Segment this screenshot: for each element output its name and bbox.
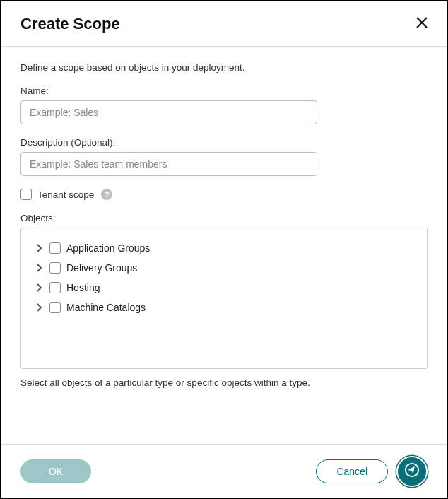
tree-item-hosting: Hosting: [35, 278, 413, 298]
objects-hint: Select all objects of a particular type …: [20, 377, 428, 388]
tenant-scope-checkbox[interactable]: [20, 189, 32, 200]
tree-label: Delivery Groups: [66, 262, 137, 274]
tenant-scope-row: Tenant scope ?: [20, 189, 428, 200]
description-input[interactable]: [20, 152, 317, 176]
chevron-right-icon[interactable]: [35, 283, 44, 292]
object-checkbox[interactable]: [49, 282, 61, 293]
chevron-right-icon[interactable]: [35, 303, 44, 312]
navigate-fab[interactable]: [396, 456, 428, 487]
navigate-icon: [404, 462, 420, 481]
tenant-scope-label: Tenant scope: [37, 189, 94, 200]
svg-marker-3: [408, 464, 417, 474]
ok-button[interactable]: OK: [20, 459, 91, 483]
intro-text: Define a scope based on objects in your …: [20, 62, 428, 73]
object-checkbox[interactable]: [49, 242, 61, 254]
objects-box: Application Groups Delivery Groups Hosti…: [20, 228, 428, 369]
dialog-header: Create Scope: [1, 1, 447, 47]
tree-label: Machine Catalogs: [66, 302, 146, 313]
description-label: Description (Optional):: [20, 137, 428, 148]
dialog-content: Define a scope based on objects in your …: [1, 47, 447, 388]
object-checkbox[interactable]: [49, 302, 61, 313]
dialog-footer: OK Cancel: [1, 444, 447, 498]
chevron-right-icon[interactable]: [35, 264, 44, 272]
tree-label: Hosting: [66, 282, 100, 293]
tree-label: Application Groups: [66, 242, 150, 254]
name-input[interactable]: [20, 100, 317, 124]
chevron-right-icon[interactable]: [35, 244, 44, 252]
close-icon: [415, 16, 428, 32]
cancel-button[interactable]: Cancel: [316, 459, 388, 483]
footer-right: Cancel: [316, 456, 428, 487]
tree-item-application-groups: Application Groups: [35, 238, 413, 258]
dialog-title: Create Scope: [20, 15, 120, 33]
object-checkbox[interactable]: [49, 262, 61, 274]
name-label: Name:: [20, 86, 428, 96]
tree-item-delivery-groups: Delivery Groups: [35, 258, 413, 278]
objects-label: Objects:: [20, 213, 428, 223]
help-icon[interactable]: ?: [101, 189, 112, 200]
tree-item-machine-catalogs: Machine Catalogs: [35, 298, 413, 317]
close-button[interactable]: [413, 16, 430, 33]
